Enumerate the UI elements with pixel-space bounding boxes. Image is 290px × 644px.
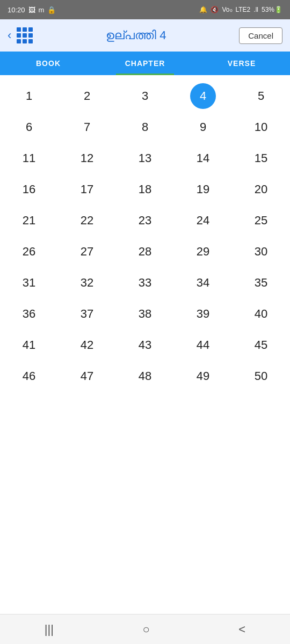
chapter-number-15[interactable]: 15 — [232, 143, 290, 174]
chapter-number-34[interactable]: 34 — [174, 267, 232, 298]
chapter-number-47[interactable]: 47 — [58, 361, 116, 392]
grid-row: 4142434445 — [0, 330, 290, 361]
chapter-number-48[interactable]: 48 — [116, 361, 174, 392]
chapter-number-49[interactable]: 49 — [174, 361, 232, 392]
chapter-number-41[interactable]: 41 — [0, 330, 58, 361]
chapter-number-22[interactable]: 22 — [58, 205, 116, 236]
chapter-number-31[interactable]: 31 — [0, 267, 58, 298]
grid-row: 12345 — [0, 80, 290, 112]
tab-chapter[interactable]: CHAPTER — [97, 52, 193, 75]
status-left: 10:20 🖼 m 🔒 — [8, 6, 56, 14]
signal-bars: .ll — [253, 6, 258, 13]
chapter-number-45[interactable]: 45 — [232, 330, 290, 361]
chapter-number-46[interactable]: 46 — [0, 361, 58, 392]
chapter-number-20[interactable]: 20 — [232, 174, 290, 205]
chapter-number-8[interactable]: 8 — [116, 112, 174, 143]
chapter-number-32[interactable]: 32 — [58, 267, 116, 298]
chapter-number-10[interactable]: 10 — [232, 112, 290, 143]
chapter-number-36[interactable]: 36 — [0, 298, 58, 330]
back-button[interactable]: ‹ — [8, 28, 11, 42]
tab-book[interactable]: BOOK — [0, 52, 97, 75]
chapter-number-40[interactable]: 40 — [232, 298, 290, 330]
chapter-number-23[interactable]: 23 — [116, 205, 174, 236]
grid-row: 2122232425 — [0, 205, 290, 236]
mute-icon: 🔇 — [211, 6, 219, 13]
chapter-number-30[interactable]: 30 — [232, 236, 290, 267]
cancel-button[interactable]: Cancel — [239, 27, 282, 44]
chapter-number-12[interactable]: 12 — [58, 143, 116, 174]
chapter-number-7[interactable]: 7 — [58, 112, 116, 143]
chapter-number-37[interactable]: 37 — [58, 298, 116, 330]
tab-bar: BOOK CHAPTER VERSE — [0, 52, 290, 75]
lte-icon: LTE2 — [236, 6, 251, 13]
chapter-number-44[interactable]: 44 — [174, 330, 232, 361]
chapter-number-35[interactable]: 35 — [232, 267, 290, 298]
page-title: ഉല്പത്തി 4 — [106, 28, 166, 42]
header-left: ‹ — [8, 27, 33, 43]
chapter-number-42[interactable]: 42 — [58, 330, 116, 361]
chapter-number-16[interactable]: 16 — [0, 174, 58, 205]
chapter-number-43[interactable]: 43 — [116, 330, 174, 361]
menu-nav-icon[interactable]: ||| — [45, 623, 54, 636]
chapter-number-21[interactable]: 21 — [0, 205, 58, 236]
chapter-number-28[interactable]: 28 — [116, 236, 174, 267]
back-nav-icon[interactable]: < — [238, 623, 245, 636]
grid-row: 3132333435 — [0, 267, 290, 298]
tab-verse[interactable]: VERSE — [193, 52, 290, 75]
photo-icon: 🖼 — [28, 6, 35, 14]
chapter-number-27[interactable]: 27 — [58, 236, 116, 267]
chapter-number-18[interactable]: 18 — [116, 174, 174, 205]
grid-menu-button[interactable] — [17, 27, 33, 43]
lock-icon: 🔒 — [47, 6, 56, 14]
chapter-number-33[interactable]: 33 — [116, 267, 174, 298]
bottom-nav: ||| ○ < — [0, 614, 290, 644]
chapter-number-39[interactable]: 39 — [174, 298, 232, 330]
grid-row: 4647484950 — [0, 361, 290, 392]
grid-row: 2627282930 — [0, 236, 290, 267]
chapter-number-26[interactable]: 26 — [0, 236, 58, 267]
chapter-grid: 1234567891011121314151617181920212223242… — [0, 75, 290, 614]
chapter-number-14[interactable]: 14 — [174, 143, 232, 174]
chapter-number-5[interactable]: 5 — [232, 80, 290, 112]
status-bar: 10:20 🖼 m 🔒 🔔 🔇 Vo₀ LTE2 .ll 53%🔋 — [0, 0, 290, 19]
grid-row: 3637383940 — [0, 298, 290, 330]
chapter-number-11[interactable]: 11 — [0, 143, 58, 174]
chapter-number-17[interactable]: 17 — [58, 174, 116, 205]
mail-icon: m — [39, 6, 45, 14]
chapter-number-50[interactable]: 50 — [232, 361, 290, 392]
battery: 53%🔋 — [262, 6, 282, 13]
grid-row: 1617181920 — [0, 174, 290, 205]
home-nav-icon[interactable]: ○ — [143, 623, 150, 636]
chapter-number-3[interactable]: 3 — [116, 80, 174, 112]
chapter-number-29[interactable]: 29 — [174, 236, 232, 267]
grid-row: 678910 — [0, 112, 290, 143]
chapter-number-2[interactable]: 2 — [58, 80, 116, 112]
alarm-icon: 🔔 — [199, 6, 207, 13]
grid-row: 1112131415 — [0, 143, 290, 174]
chapter-number-13[interactable]: 13 — [116, 143, 174, 174]
time: 10:20 — [8, 6, 25, 14]
chapter-number-24[interactable]: 24 — [174, 205, 232, 236]
chapter-number-25[interactable]: 25 — [232, 205, 290, 236]
chapter-number-6[interactable]: 6 — [0, 112, 58, 143]
chapter-number-4[interactable]: 4 — [174, 80, 232, 112]
chapter-number-9[interactable]: 9 — [174, 112, 232, 143]
chapter-number-38[interactable]: 38 — [116, 298, 174, 330]
header: ‹ ഉല്പത്തി 4 Cancel — [0, 19, 290, 52]
chapter-number-19[interactable]: 19 — [174, 174, 232, 205]
status-right: 🔔 🔇 Vo₀ LTE2 .ll 53%🔋 — [199, 6, 282, 13]
signal-text: Vo₀ — [222, 6, 232, 13]
chapter-number-1[interactable]: 1 — [0, 80, 58, 112]
